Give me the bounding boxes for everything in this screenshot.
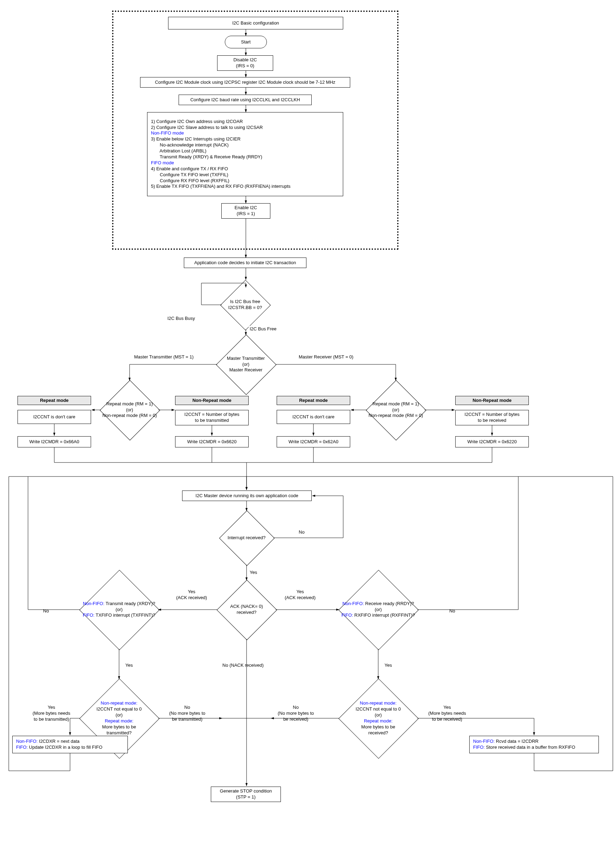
rx-repeat-cnt-text: I2CCNT is don't care — [292, 414, 335, 420]
config-baud-box: Configure I2C baud rate using I2CCLKL an… — [179, 94, 312, 105]
cfg-l4a: Configure TX FIFO level (TXFFIL) — [151, 172, 228, 178]
enable-i2c-box: Enable I2C (IRS = 1) — [221, 203, 270, 219]
flowchart-canvas: I2C Basic configuration Start Disable I2… — [7, 7, 616, 857]
config-detail-box: 1) Configure I2C Own address using I2COA… — [147, 112, 343, 196]
tx-nonrepeat-hdr-text: Non-Repeat mode — [192, 398, 231, 404]
tx-action-box: Non-FIFO: I2CDXR = next data FIFO: Updat… — [12, 736, 128, 753]
rx-action-ff: FIFO: — [473, 744, 485, 750]
disable-i2c-text: Disable I2C (IRS = 0) — [233, 57, 257, 69]
mdr-6620: Write I2CMDR = 0x6620 — [175, 436, 249, 447]
start-text: Start — [241, 39, 250, 45]
lbl-bus-busy: I2C Bus Busy — [166, 316, 196, 322]
tx-repeat-cnt-text: I2CCNT is don't care — [33, 414, 75, 420]
rx-nonrepeat-cnt-text: I2CCNT = Number of bytes to be received — [465, 411, 520, 424]
rx-action-nf2: Rcvd data = I2CDRR — [494, 739, 538, 744]
tx-repeat-hdr-text: Repeat mode — [40, 398, 69, 404]
lbl-morerx-no: No (No more bytes to be received) — [277, 704, 315, 723]
app-decides-box: Application code decides to initiate I2C… — [184, 258, 306, 268]
xrdy-diamond — [79, 570, 159, 650]
stop-box: Generate STOP condition (STP = 1) — [211, 787, 281, 802]
title-text: I2C Basic configuration — [232, 20, 279, 26]
cfg-fifo-hdr: FIFO mode — [151, 160, 174, 166]
rrdy-diamond — [338, 570, 418, 650]
tx-repeat-hdr: Repeat mode — [17, 396, 91, 405]
lbl-rrdy-no: No — [448, 608, 456, 614]
tx-repeat-cnt: I2CCNT is don't care — [17, 410, 91, 424]
rx-action-box: Non-FIFO: Rcvd data = I2CDRR FIFO: Store… — [469, 736, 599, 753]
start-terminator: Start — [225, 36, 267, 48]
tx-nonrepeat-hdr: Non-Repeat mode — [175, 396, 249, 405]
master-running-text: I2C Master device running its own applic… — [195, 493, 298, 499]
rx-repeat-hdr: Repeat mode — [277, 396, 350, 405]
mdr-6620-text: Write I2CMDR = 0x6620 — [187, 439, 236, 445]
rx-repeat-hdr-text: Repeat mode — [299, 398, 328, 404]
tx-action-ff: FIFO: — [16, 744, 28, 750]
master-running-box: I2C Master device running its own applic… — [182, 490, 312, 501]
enable-i2c-text: Enable I2C (IRS = 1) — [235, 205, 257, 217]
lbl-ack-yes-r: Yes (ACK received) — [284, 589, 316, 601]
lbl-morerx-yes: Yes (More bytes needs to be received) — [427, 704, 467, 723]
lbl-mst-tx: Master Transmitter (MST = 1) — [133, 354, 195, 360]
mdr-66a0: Write I2CMDR = 0x66A0 — [17, 436, 91, 447]
cfg-l3b: Arbitration Lost (ARBL) — [151, 148, 206, 154]
rx-repeat-cnt: I2CCNT is don't care — [277, 410, 350, 424]
lbl-rrdy-yes: Yes — [383, 662, 393, 669]
cfg-nonfifo-hdr: Non-FIFO mode — [151, 130, 184, 136]
lbl-xrdy-no: No — [42, 608, 50, 614]
mdr-6220-text: Write I2CMDR = 0x6220 — [467, 439, 517, 445]
lbl-xrdy-yes: Yes — [124, 662, 134, 669]
cfg-l4b: Configure RX FIFO level (RXFFIL) — [151, 178, 229, 184]
mdr-6220: Write I2CMDR = 0x6220 — [455, 436, 529, 447]
cfg-l3: 3) Enable below I2C Interrupts using I2C… — [151, 136, 241, 142]
rx-action-ff2: Store received data in a buffer from RXF… — [485, 744, 575, 750]
mdr-62a0: Write I2CMDR = 0x62A0 — [277, 436, 350, 447]
irq-diamond — [219, 510, 275, 566]
title-box: I2C Basic configuration — [168, 17, 343, 29]
rx-nonrepeat-cnt: I2CCNT = Number of bytes to be received — [455, 410, 529, 425]
busfree-diamond — [220, 280, 271, 330]
lbl-moretx-no: No (No more bytes to be transmitted) — [168, 704, 206, 723]
more-rx-diamond — [338, 678, 418, 758]
tx-action-ff2: Update I2CDXR in a loop to fill FIFO — [28, 744, 102, 750]
rm-rx-diamond — [366, 380, 426, 441]
rx-nonrepeat-hdr: Non-Repeat mode — [455, 396, 529, 405]
rx-nonrepeat-hdr-text: Non-Repeat mode — [472, 398, 511, 404]
lbl-mst-rx: Master Receiver (MST = 0) — [298, 354, 354, 360]
cfg-l3a: No-acknowledge interrupt (NACK) — [151, 142, 228, 148]
cfg-l5: 5) Enable TX FIFO (TXFFIENA) and RX FIFO… — [151, 184, 291, 190]
tx-action-nf: Non-FIFO: — [16, 739, 37, 744]
cfg-l4: 4) Enable and configure TX / RX FIFO — [151, 166, 228, 172]
stop-text: Generate STOP condition (STP = 1) — [220, 788, 272, 800]
rx-action-nf: Non-FIFO: — [473, 739, 494, 744]
lbl-ack-yes-l: Yes (ACK received) — [175, 589, 208, 601]
tx-action-nf2: I2CDXR = next data — [37, 739, 79, 744]
ack-diamond — [217, 580, 277, 640]
disable-i2c-box: Disable I2C (IRS = 0) — [217, 56, 273, 71]
tx-nonrepeat-cnt-text: I2CCNT = Number of bytes to be transmitt… — [185, 411, 239, 424]
tx-nonrepeat-cnt: I2CCNT = Number of bytes to be transmitt… — [175, 410, 249, 425]
lbl-bus-free: I2C Bus Free — [249, 326, 278, 333]
mdr-62a0-text: Write I2CMDR = 0x62A0 — [289, 439, 338, 445]
lbl-irq-no: No — [298, 529, 306, 536]
rm-tx-diamond — [100, 380, 161, 441]
config-clock-text: Configure I2C Module clock using I2CPSC … — [155, 79, 335, 85]
lbl-moretx-yes: Yes (More bytes needs to be transmitted) — [31, 704, 71, 723]
lbl-irq-yes: Yes — [249, 569, 258, 576]
mst-diamond — [216, 335, 277, 395]
cfg-l2: 2) Configure I2C Slave address to talk t… — [151, 125, 262, 131]
cfg-l1: 1) Configure I2C Own address using I2COA… — [151, 119, 243, 125]
cfg-l3c: Transmit Ready (XRDY) & Receive Ready (R… — [151, 154, 262, 160]
config-clock-box: Configure I2C Module clock using I2CPSC … — [140, 77, 350, 88]
config-baud-text: Configure I2C baud rate using I2CCLKL an… — [190, 97, 300, 103]
app-decides-text: Application code decides to initiate I2C… — [195, 260, 296, 266]
mdr-66a0-text: Write I2CMDR = 0x66A0 — [29, 439, 79, 445]
lbl-ack-no: No (NACK received) — [221, 662, 265, 669]
